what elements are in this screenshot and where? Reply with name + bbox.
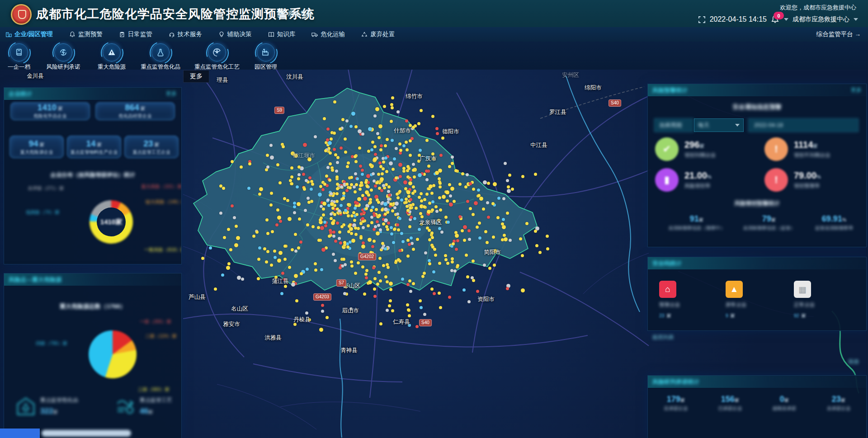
enterprise-dot[interactable] bbox=[382, 184, 385, 187]
enterprise-dot[interactable] bbox=[325, 174, 328, 178]
enterprise-dot[interactable] bbox=[379, 165, 382, 168]
enterprise-dot[interactable] bbox=[304, 209, 307, 212]
enterprise-dot[interactable] bbox=[435, 171, 439, 175]
enterprise-dot[interactable] bbox=[345, 119, 349, 122]
enterprise-dot[interactable] bbox=[408, 225, 411, 228]
enterprise-dot[interactable] bbox=[297, 165, 301, 169]
enterprise-dot[interactable] bbox=[319, 328, 323, 332]
enterprise-dot[interactable] bbox=[487, 182, 490, 185]
enterprise-dot[interactable] bbox=[429, 184, 433, 188]
enterprise-dot[interactable] bbox=[420, 109, 423, 112]
enterprise-dot[interactable] bbox=[257, 277, 260, 280]
enterprise-dot[interactable] bbox=[479, 197, 483, 201]
period-select[interactable]: 每天 bbox=[694, 118, 744, 132]
enterprise-dot[interactable] bbox=[431, 236, 434, 239]
enterprise-dot[interactable] bbox=[314, 268, 317, 272]
enterprise-dot[interactable] bbox=[305, 179, 308, 182]
enterprise-dot[interactable] bbox=[229, 248, 232, 251]
enterprise-dot[interactable] bbox=[294, 250, 297, 253]
enterprise-dot[interactable] bbox=[432, 270, 435, 273]
enterprise-dot[interactable] bbox=[483, 180, 487, 184]
enterprise-dot[interactable] bbox=[424, 251, 427, 254]
enterprise-dot[interactable] bbox=[362, 220, 365, 223]
enterprise-dot[interactable] bbox=[408, 279, 411, 283]
enterprise-dot[interactable] bbox=[451, 257, 454, 260]
enterprise-dot[interactable] bbox=[369, 163, 372, 166]
enterprise-dot[interactable] bbox=[504, 162, 507, 165]
enterprise-dot[interactable] bbox=[368, 127, 372, 131]
enterprise-dot[interactable] bbox=[266, 232, 269, 235]
enterprise-dot[interactable] bbox=[436, 132, 439, 135]
enterprise-dot[interactable] bbox=[476, 226, 479, 229]
enterprise-dot[interactable] bbox=[291, 283, 295, 287]
enterprise-dot[interactable] bbox=[395, 176, 398, 179]
enterprise-dot[interactable] bbox=[395, 202, 399, 206]
enterprise-dot[interactable] bbox=[453, 269, 457, 273]
enterprise-dot[interactable] bbox=[333, 100, 336, 104]
subnav-item-key-supervised-chemicals[interactable]: 重点监管危化品 bbox=[136, 43, 185, 71]
enterprise-dot[interactable] bbox=[374, 184, 377, 188]
enterprise-dot[interactable] bbox=[373, 295, 377, 298]
enterprise-dot[interactable] bbox=[266, 165, 269, 169]
fullscreen-icon[interactable] bbox=[698, 16, 706, 24]
enterprise-dot[interactable] bbox=[521, 175, 524, 178]
enterprise-dot[interactable] bbox=[379, 279, 382, 283]
enterprise-dot[interactable] bbox=[406, 165, 410, 168]
more-link[interactable]: 更多 bbox=[851, 86, 862, 94]
enterprise-dot[interactable] bbox=[370, 148, 373, 151]
enterprise-dot[interactable] bbox=[297, 246, 300, 250]
enterprise-dot[interactable] bbox=[311, 183, 314, 186]
enterprise-dot[interactable] bbox=[412, 282, 415, 285]
enterprise-dot[interactable] bbox=[391, 139, 394, 142]
enterprise-dot[interactable] bbox=[322, 202, 326, 206]
enterprise-dot[interactable] bbox=[323, 221, 326, 224]
enterprise-dot[interactable] bbox=[288, 266, 291, 269]
subnav-item-major-hazard[interactable]: 重大危险源 bbox=[87, 43, 137, 71]
enterprise-dot[interactable] bbox=[361, 265, 364, 268]
enterprise-dot[interactable] bbox=[375, 208, 378, 211]
enterprise-dot[interactable] bbox=[355, 183, 358, 186]
subnav-item-key-supervised-processes[interactable]: 重点监管危化工艺 bbox=[192, 43, 242, 71]
enterprise-dot[interactable] bbox=[356, 202, 359, 205]
enterprise-dot[interactable] bbox=[449, 194, 452, 198]
enterprise-dot[interactable] bbox=[335, 170, 338, 173]
enterprise-dot[interactable] bbox=[331, 207, 335, 210]
map-overlay-left[interactable]: 图层列表 bbox=[652, 334, 674, 341]
enterprise-dot[interactable] bbox=[397, 258, 400, 261]
enterprise-dot[interactable] bbox=[454, 169, 458, 172]
nav-item-tech-service[interactable]: 技术服务 bbox=[169, 30, 202, 38]
enterprise-dot[interactable] bbox=[279, 220, 282, 223]
enterprise-dot[interactable] bbox=[434, 254, 437, 257]
enterprise-dot[interactable] bbox=[361, 217, 364, 220]
enterprise-dot[interactable] bbox=[201, 257, 204, 260]
enterprise-dot[interactable] bbox=[420, 306, 423, 309]
enterprise-dot[interactable] bbox=[398, 163, 402, 167]
enterprise-dot[interactable] bbox=[234, 243, 238, 247]
enterprise-dot[interactable] bbox=[384, 275, 387, 278]
enterprise-dot[interactable] bbox=[379, 322, 382, 325]
enterprise-dot[interactable] bbox=[385, 225, 388, 228]
enterprise-dot[interactable] bbox=[406, 205, 409, 208]
enterprise-dot[interactable] bbox=[377, 173, 380, 176]
enterprise-dot[interactable] bbox=[456, 264, 459, 267]
enterprise-dot[interactable] bbox=[330, 217, 333, 220]
enterprise-dot[interactable] bbox=[389, 203, 392, 206]
enterprise-dot[interactable] bbox=[450, 269, 453, 272]
stat-card-operating-enterprises[interactable]: 864家 危化品经营企业 bbox=[95, 102, 175, 120]
enterprise-dot[interactable] bbox=[306, 268, 309, 271]
nav-item-waste-disposal[interactable]: 废弃处置 bbox=[361, 30, 395, 38]
enterprise-dot[interactable] bbox=[390, 226, 393, 229]
enterprise-dot[interactable] bbox=[371, 245, 374, 248]
enterprise-dot[interactable] bbox=[393, 228, 396, 231]
enterprise-dot[interactable] bbox=[396, 193, 399, 196]
enterprise-dot[interactable] bbox=[398, 217, 401, 220]
enterprise-dot[interactable] bbox=[458, 183, 462, 186]
enterprise-dot[interactable] bbox=[289, 179, 292, 182]
enterprise-dot[interactable] bbox=[420, 215, 424, 218]
enterprise-dot[interactable] bbox=[397, 228, 400, 231]
enterprise-dot[interactable] bbox=[496, 216, 500, 219]
enterprise-dot[interactable] bbox=[294, 274, 298, 278]
enterprise-dot[interactable] bbox=[297, 202, 301, 206]
enterprise-dot[interactable] bbox=[428, 202, 431, 205]
enterprise-dot[interactable] bbox=[265, 168, 268, 171]
